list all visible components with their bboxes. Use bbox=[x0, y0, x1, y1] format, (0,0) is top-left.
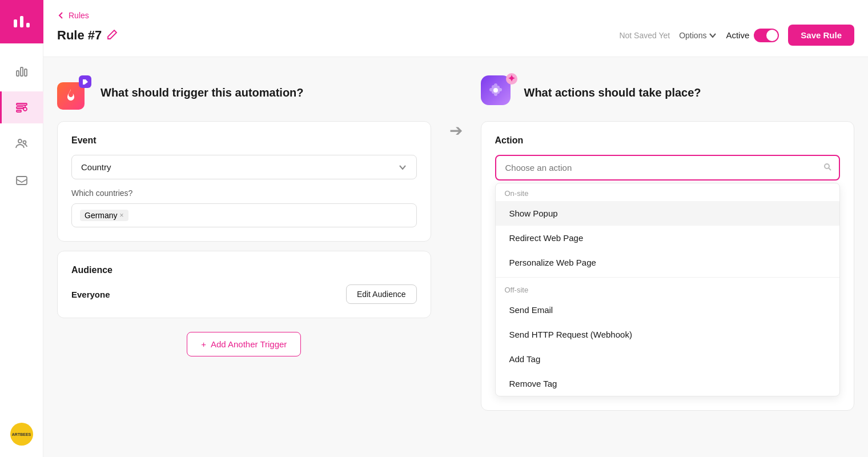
dropdown-item-personalize[interactable]: Personalize Web Page bbox=[496, 250, 840, 275]
svg-rect-1 bbox=[20, 16, 23, 27]
right-panel: ✦ What actions should take place? Action bbox=[467, 75, 855, 439]
onsite-group-label: On-site bbox=[496, 183, 840, 201]
audience-icon bbox=[15, 137, 29, 151]
svg-point-8 bbox=[23, 107, 27, 111]
action-search-wrap bbox=[495, 155, 841, 181]
svg-rect-3 bbox=[17, 71, 19, 76]
svg-rect-5 bbox=[25, 69, 27, 76]
search-icon bbox=[823, 162, 832, 174]
left-panel: What should trigger this automation? Eve… bbox=[57, 75, 445, 439]
action-dropdown: On-site Show Popup Redirect Web Page Per… bbox=[495, 183, 841, 396]
rules-icon bbox=[15, 101, 29, 114]
sidebar-item-audience[interactable] bbox=[0, 128, 43, 160]
bar-chart-icon bbox=[15, 64, 29, 78]
inbox-icon bbox=[15, 174, 29, 187]
header-row: Rule #7 Not Saved Yet Options Active bbox=[57, 25, 854, 46]
event-card: Event Country Which countries? Germany × bbox=[57, 121, 431, 242]
audience-card: Audience Everyone Edit Audience bbox=[57, 251, 431, 318]
sidebar-bottom: ARTBEES bbox=[10, 423, 33, 457]
svg-rect-10 bbox=[17, 110, 21, 112]
svg-rect-4 bbox=[21, 67, 23, 76]
dropdown-item-remove-tag[interactable]: Remove Tag bbox=[496, 371, 840, 396]
countries-label: Which countries? bbox=[71, 189, 417, 198]
audience-value: Everyone bbox=[71, 290, 110, 299]
not-saved-label: Not Saved Yet bbox=[619, 31, 670, 40]
germany-tag-remove[interactable]: × bbox=[120, 211, 124, 219]
germany-tag: Germany × bbox=[80, 210, 128, 221]
action-section-title: What actions should take place? bbox=[524, 86, 701, 99]
offsite-group-label: Off-site bbox=[496, 280, 840, 298]
header-actions: Not Saved Yet Options Active Save Rule bbox=[619, 25, 854, 46]
edit-title-icon[interactable] bbox=[107, 29, 118, 42]
svg-point-12 bbox=[23, 141, 26, 144]
action-panel-header: ✦ What actions should take place? bbox=[481, 75, 855, 110]
dropdown-item-show-popup[interactable]: Show Popup bbox=[496, 201, 840, 226]
add-trigger-button[interactable]: + Add Another Trigger bbox=[187, 332, 301, 356]
sidebar: ARTBEES bbox=[0, 0, 43, 457]
dropdown-divider bbox=[496, 277, 840, 278]
action-label: Action bbox=[495, 135, 841, 146]
svg-point-14 bbox=[493, 88, 498, 93]
active-label: Active bbox=[726, 30, 749, 40]
header-title: Rule #7 bbox=[57, 28, 118, 43]
svg-point-15 bbox=[825, 164, 829, 169]
svg-rect-6 bbox=[17, 103, 27, 105]
event-select[interactable]: Country bbox=[71, 155, 417, 179]
main: Rules Rule #7 Not Saved Yet Options bbox=[43, 0, 868, 457]
sidebar-item-rules[interactable] bbox=[0, 91, 43, 123]
sidebar-nav bbox=[0, 43, 43, 423]
svg-rect-2 bbox=[26, 23, 30, 27]
dropdown-item-webhook[interactable]: Send HTTP Request (Webhook) bbox=[496, 322, 840, 347]
header: Rules Rule #7 Not Saved Yet Options bbox=[43, 0, 868, 57]
action-search-input[interactable] bbox=[495, 155, 841, 181]
add-trigger-row: + Add Another Trigger bbox=[57, 327, 431, 356]
event-label: Event bbox=[71, 135, 417, 146]
avatar[interactable]: ARTBEES bbox=[10, 423, 33, 446]
trigger-section-title: What should trigger this automation? bbox=[101, 86, 304, 99]
svg-rect-0 bbox=[14, 19, 17, 27]
back-icon bbox=[57, 11, 65, 19]
arrow-col: ➔ bbox=[445, 75, 467, 439]
sidebar-item-analytics[interactable] bbox=[0, 55, 43, 87]
dropdown-item-add-tag[interactable]: Add Tag bbox=[496, 347, 840, 371]
back-link[interactable]: Rules bbox=[57, 11, 854, 20]
audience-row: Everyone Edit Audience bbox=[71, 284, 417, 304]
active-toggle[interactable] bbox=[754, 29, 779, 42]
sidebar-item-inbox[interactable] bbox=[0, 165, 43, 197]
action-card: Action On-site Show Popup Redirect Web P… bbox=[481, 121, 855, 411]
page-title: Rule #7 bbox=[57, 28, 102, 43]
countries-input[interactable]: Germany × bbox=[71, 203, 417, 227]
active-toggle-group: Active bbox=[726, 29, 779, 42]
trigger-icon bbox=[57, 75, 91, 110]
svg-rect-7 bbox=[17, 107, 23, 109]
audience-label: Audience bbox=[71, 265, 417, 275]
dropdown-item-send-email[interactable]: Send Email bbox=[496, 298, 840, 322]
dropdown-item-redirect[interactable]: Redirect Web Page bbox=[496, 226, 840, 250]
svg-point-11 bbox=[18, 139, 22, 143]
trigger-panel-header: What should trigger this automation? bbox=[57, 75, 431, 110]
chevron-down-icon bbox=[709, 31, 717, 39]
edit-audience-button[interactable]: Edit Audience bbox=[346, 284, 417, 304]
sidebar-logo[interactable] bbox=[0, 0, 43, 43]
svg-line-16 bbox=[829, 168, 831, 170]
content: What should trigger this automation? Eve… bbox=[43, 57, 868, 457]
options-button[interactable]: Options bbox=[679, 31, 717, 40]
arrow-icon: ➔ bbox=[449, 121, 463, 140]
save-rule-button[interactable]: Save Rule bbox=[788, 25, 854, 46]
action-icon: ✦ bbox=[481, 75, 515, 110]
event-select-chevron bbox=[398, 163, 407, 172]
